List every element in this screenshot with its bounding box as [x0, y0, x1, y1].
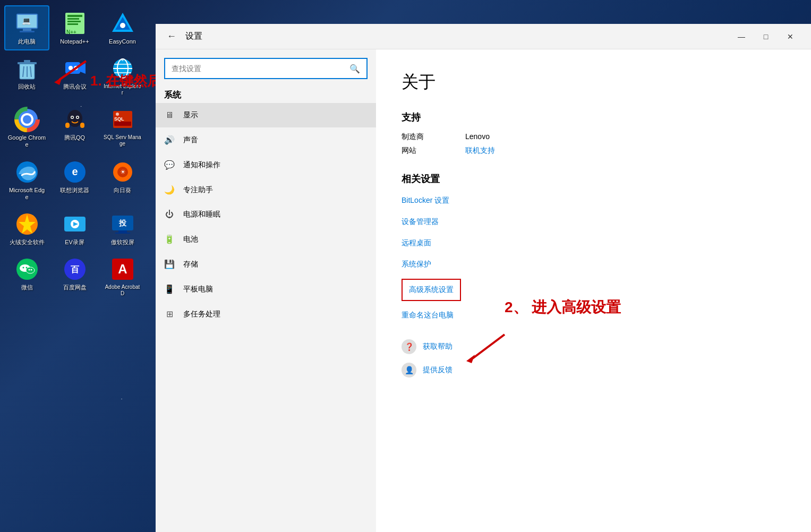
chrome-icon [14, 107, 40, 132]
desktop-icon-wechat[interactable]: 微信 [4, 251, 49, 296]
svg-rect-43 [80, 123, 84, 128]
huocheng-icon-label: 火绒安全软件 [10, 239, 45, 246]
baidu-icon: 百 [62, 256, 88, 282]
window-controls: — □ ✕ [729, 28, 803, 45]
desktop-icon-sql[interactable]: SQL SQL Serv Manage [100, 101, 145, 152]
adobe-icon-label: Adobe Acrobat D [103, 284, 142, 297]
desktop-icon-sunflower[interactable]: ☀ 向日葵 [100, 154, 145, 199]
settings-sidebar: 🔍 系统 🖥 显示 🔊 声音 💬 通知和操作 [156, 49, 376, 532]
easyconn-icon-label: EasyConn [109, 38, 136, 45]
sunflower-icon-label: 向日葵 [114, 187, 131, 194]
tencent-meeting-icon [62, 56, 88, 81]
search-input[interactable] [172, 64, 345, 73]
notifications-icon: 💬 [164, 160, 175, 170]
settings-content: 关于 支持 制造商 Lenovo 网站 联机支持 相关设置 [376, 49, 811, 532]
icon-row-1: 💻 此电脑 N++ Notepad++ [4, 5, 147, 50]
close-button[interactable]: ✕ [778, 28, 803, 45]
sidebar-item-storage[interactable]: 💾 存储 [156, 252, 376, 277]
svg-text:N++: N++ [66, 29, 76, 35]
svg-text:e: e [121, 57, 124, 62]
svg-text:投: 投 [118, 219, 127, 227]
desktop-icon-notepadpp[interactable]: N++ Notepad++ [52, 5, 97, 50]
search-icon: 🔍 [349, 64, 360, 74]
get-help-link[interactable]: 获取帮助 [423, 342, 453, 351]
back-button[interactable]: ← [164, 29, 179, 44]
sidebar-item-multitask[interactable]: ⊞ 多任务处理 [156, 302, 376, 327]
settings-titlebar: ← 设置 — □ ✕ [156, 24, 811, 49]
system-protection-link[interactable]: 系统保护 [402, 258, 786, 271]
svg-point-67 [28, 269, 30, 271]
desktop-icon-adobe[interactable]: A Adobe Acrobat D [100, 251, 145, 302]
desktop-icon-edge[interactable]: Microsoft Edge [4, 154, 49, 206]
sql-icon: SQL [110, 107, 135, 132]
desktop-icon-this-computer[interactable]: 💻 此电脑 [4, 5, 49, 50]
desktop-icon-huocheng[interactable]: 火绒安全软件 [4, 206, 49, 251]
svg-rect-15 [18, 62, 37, 64]
settings-window: ← 设置 — □ ✕ 🔍 系统 [156, 24, 811, 532]
svg-point-37 [69, 112, 81, 127]
desktop-icon-aoshou[interactable]: 投 傲软投屏 [100, 206, 145, 251]
desktop-icon-baidu[interactable]: 百 百度网盘 [52, 251, 97, 296]
svg-rect-2 [23, 29, 31, 31]
desktop-icons-area: 💻 此电脑 N++ Notepad++ [0, 0, 151, 532]
search-container: 🔍 [156, 49, 376, 85]
svg-rect-3 [20, 31, 35, 32]
svg-rect-59 [118, 230, 127, 233]
svg-point-68 [30, 269, 32, 271]
desktop: 💻 此电脑 N++ Notepad++ [0, 0, 811, 532]
icon-row-3: Google Chrome 腾讯QQ [4, 101, 147, 153]
manufacturer-label: 制造商 [402, 132, 465, 142]
sidebar-item-sound[interactable]: 🔊 声音 [156, 127, 376, 152]
display-icon: 🖥 [164, 110, 175, 120]
sidebar-item-display[interactable]: 🖥 显示 [156, 103, 376, 127]
desktop-icon-chrome[interactable]: Google Chrome [4, 101, 49, 153]
feedback-link[interactable]: 提供反馈 [423, 365, 453, 375]
desktop-icon-ie[interactable]: e Internet Explorer [100, 50, 145, 101]
svg-text:💻: 💻 [22, 16, 31, 25]
minimize-button[interactable]: — [729, 28, 754, 45]
website-link[interactable]: 联机支持 [465, 146, 495, 156]
feedback-row: 👤 提供反馈 [402, 363, 786, 377]
desktop-icon-qq[interactable]: 腾讯QQ [52, 101, 97, 147]
settings-body: 🔍 系统 🖥 显示 🔊 声音 💬 通知和操作 [156, 49, 811, 532]
sidebar-item-battery[interactable]: 🔋 电池 [156, 227, 376, 252]
aoshou-icon-label: 傲软投屏 [111, 239, 134, 246]
svg-rect-16 [24, 60, 30, 62]
desktop-icon-ev[interactable]: EV录屏 [52, 206, 97, 251]
svg-rect-9 [67, 23, 78, 25]
desktop-icon-tencent-meeting[interactable]: 腾讯会议 [52, 50, 97, 96]
feedback-icon: 👤 [402, 363, 416, 377]
desktop-icon-recyclebin[interactable]: 回收站 [4, 50, 49, 96]
icon-row-2: 回收站 腾讯会议 [4, 50, 147, 101]
battery-icon: 🔋 [164, 234, 175, 244]
device-manager-link[interactable]: 设备管理器 [402, 215, 786, 229]
focus-icon: 🌙 [164, 185, 175, 195]
related-section: 相关设置 BitLocker 设置 设备管理器 远程桌面 系统保护 高级系统设置… [402, 173, 786, 322]
desktop-icon-lenovo-browser[interactable]: e 联想浏览器 [52, 154, 97, 199]
svg-point-40 [71, 117, 73, 118]
advanced-settings-link[interactable]: 高级系统设置 [402, 279, 461, 301]
sidebar-item-notifications[interactable]: 💬 通知和操作 [156, 152, 376, 177]
sidebar-item-power[interactable]: ⏻ 电源和睡眠 [156, 202, 376, 227]
svg-point-66 [25, 267, 27, 269]
maximize-button[interactable]: □ [754, 28, 778, 45]
sidebar-item-focus[interactable]: 🌙 专注助手 [156, 177, 376, 202]
chrome-icon-label: Google Chrome [7, 134, 46, 148]
help-section: ❓ 获取帮助 👤 提供反馈 [402, 339, 786, 377]
lenovo-browser-icon: e [62, 159, 88, 185]
sidebar-item-tablet[interactable]: 📱 平板电脑 [156, 277, 376, 302]
bitlocker-link[interactable]: BitLocker 设置 [402, 194, 786, 208]
aoshou-icon: 投 [110, 211, 135, 237]
desktop-icon-easyconn[interactable]: EasyConn [100, 5, 145, 50]
remote-desktop-link[interactable]: 远程桌面 [402, 236, 786, 250]
website-label: 网站 [402, 146, 465, 156]
rename-pc-link[interactable]: 重命名这台电脑 [402, 308, 786, 322]
search-box[interactable]: 🔍 [164, 58, 368, 79]
easyconn-icon [110, 11, 135, 36]
related-section-title: 相关设置 [402, 173, 786, 185]
recyclebin-icon-label: 回收站 [18, 83, 36, 90]
manufacturer-value: Lenovo [465, 132, 490, 141]
power-icon: ⏻ [164, 210, 175, 219]
wechat-icon-label: 微信 [21, 284, 33, 291]
storage-label: 存储 [183, 260, 198, 269]
